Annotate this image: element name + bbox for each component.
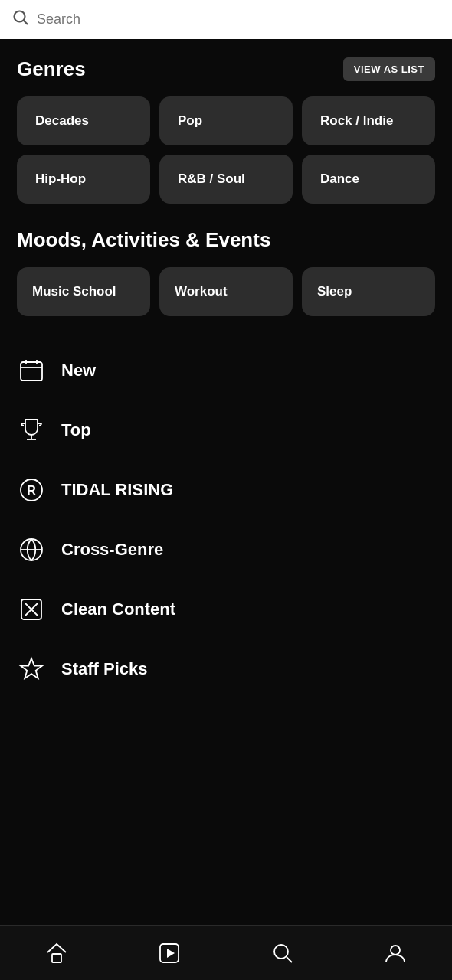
list-item-new[interactable]: New: [17, 341, 435, 400]
search-bar: [0, 0, 452, 39]
mood-chip-workout[interactable]: Workout: [159, 267, 293, 316]
genres-title: Genres: [17, 57, 86, 81]
svg-point-19: [274, 945, 288, 959]
list-section: New Top R TIDAL RISING: [0, 325, 452, 699]
list-item-cross-genre-label: Cross-Genre: [61, 540, 163, 560]
list-item-top[interactable]: Top: [17, 400, 435, 460]
svg-line-1: [24, 21, 28, 24]
search-icon: [12, 9, 29, 30]
bottom-nav: [0, 925, 452, 980]
mood-chip-music-school[interactable]: Music School: [17, 267, 150, 316]
cross-genre-icon: [17, 535, 46, 564]
svg-line-20: [287, 957, 292, 962]
nav-play[interactable]: [146, 930, 192, 976]
moods-row: Music School Workout Sleep: [17, 267, 435, 316]
calendar-icon: [17, 356, 46, 385]
play-icon: [158, 942, 181, 965]
genre-chip-rock-indie[interactable]: Rock / Indie: [302, 96, 435, 145]
genre-chip-hiphop[interactable]: Hip-Hop: [17, 155, 150, 204]
svg-rect-2: [21, 362, 42, 381]
trophy-icon: [17, 416, 46, 445]
svg-marker-18: [167, 949, 175, 958]
list-item-top-label: Top: [61, 420, 91, 440]
svg-marker-15: [21, 658, 42, 678]
nav-search[interactable]: [260, 930, 306, 976]
list-item-clean-content-label: Clean Content: [61, 599, 175, 619]
list-item-tidal-rising-label: TIDAL RISING: [61, 480, 173, 500]
svg-rect-16: [52, 954, 61, 962]
mood-chip-sleep[interactable]: Sleep: [302, 267, 435, 316]
list-item-clean-content[interactable]: Clean Content: [17, 580, 435, 639]
list-item-staff-picks[interactable]: Staff Picks: [17, 639, 435, 699]
genre-chip-pop[interactable]: Pop: [159, 96, 293, 145]
genres-grid: Decades Pop Rock / Indie Hip-Hop R&B / S…: [17, 96, 435, 204]
home-icon: [45, 942, 68, 965]
profile-icon: [384, 942, 407, 965]
list-item-staff-picks-label: Staff Picks: [61, 659, 148, 679]
registered-icon: R: [17, 475, 46, 505]
genres-header: Genres VIEW AS LIST: [17, 57, 435, 81]
nav-home[interactable]: [34, 930, 80, 976]
search-input[interactable]: [37, 11, 440, 28]
list-item-tidal-rising[interactable]: R TIDAL RISING: [17, 460, 435, 520]
star-icon: [17, 655, 46, 684]
clean-icon: [17, 595, 46, 624]
svg-point-0: [15, 11, 25, 22]
svg-point-21: [391, 946, 400, 955]
moods-section: Moods, Activities & Events Music School …: [0, 213, 452, 325]
search-nav-icon: [271, 942, 294, 965]
genres-section: Genres VIEW AS LIST Decades Pop Rock / I…: [0, 39, 452, 213]
view-as-list-button[interactable]: VIEW AS LIST: [343, 57, 435, 81]
genre-chip-dance[interactable]: Dance: [302, 155, 435, 204]
genre-row-1: Decades Pop Rock / Indie: [17, 96, 435, 145]
nav-profile[interactable]: [372, 930, 418, 976]
list-item-new-label: New: [61, 361, 96, 381]
genre-chip-rnb[interactable]: R&B / Soul: [159, 155, 293, 204]
svg-text:R: R: [27, 484, 36, 497]
list-item-cross-genre[interactable]: Cross-Genre: [17, 520, 435, 580]
genre-row-2: Hip-Hop R&B / Soul Dance: [17, 155, 435, 204]
genre-chip-decades[interactable]: Decades: [17, 96, 150, 145]
moods-title: Moods, Activities & Events: [17, 228, 435, 252]
